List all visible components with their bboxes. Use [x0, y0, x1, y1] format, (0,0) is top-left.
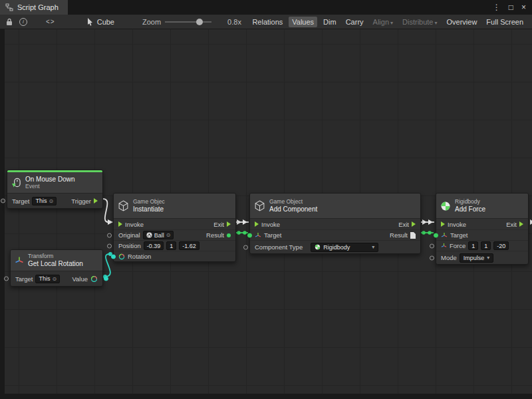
- position-z-chip[interactable]: -1.62: [179, 241, 200, 250]
- position-y-chip[interactable]: 1: [166, 241, 176, 250]
- flow-input-port[interactable]: [118, 221, 122, 227]
- input-port[interactable]: [107, 243, 112, 248]
- node-title: Get Local Rotation: [28, 260, 83, 268]
- dim-button[interactable]: Dim: [320, 17, 340, 27]
- script-graph-icon: [5, 3, 13, 11]
- node-instantiate[interactable]: Game Objec Instantiate Invoke Exit Origi…: [113, 193, 236, 262]
- force-label: Force: [450, 242, 466, 249]
- chevron-down-icon: ▾: [435, 20, 438, 26]
- node-row: Target This ⊙ Trigger: [7, 194, 102, 208]
- distribute-label: Distribute: [402, 18, 433, 26]
- flow-output-port[interactable]: [412, 221, 416, 227]
- node-row: Invoke Exit: [250, 219, 420, 229]
- node-header[interactable]: Game Object Add Component: [250, 194, 420, 219]
- window-restore-icon[interactable]: □: [509, 3, 513, 11]
- node-row: Target Result: [250, 229, 420, 240]
- flow-input-port[interactable]: [255, 221, 259, 227]
- graph-canvas[interactable]: On Mouse Down Event Target This ⊙ Trigge…: [0, 29, 532, 399]
- flow-output-port[interactable]: [519, 221, 523, 227]
- node-category: Transform: [28, 253, 83, 260]
- node-category: Rigidbody: [455, 199, 485, 205]
- result-output-port[interactable]: [227, 233, 231, 237]
- lock-button[interactable]: [6, 17, 13, 27]
- output-port[interactable]: [104, 277, 108, 281]
- values-button[interactable]: Values: [289, 17, 317, 27]
- force-y-chip[interactable]: 1: [481, 241, 491, 250]
- original-value: Ball: [154, 232, 164, 239]
- overview-button[interactable]: Overview: [444, 17, 481, 27]
- ball-icon: [146, 232, 152, 238]
- node-header[interactable]: On Mouse Down Event: [7, 172, 102, 194]
- target-input-port[interactable]: [434, 233, 438, 237]
- node-row: Target This ⊙ Value: [11, 271, 102, 286]
- position-label: Position: [118, 242, 141, 249]
- selection-label: Cube: [97, 18, 114, 26]
- script-graph-window: Script Graph ⋮ □ × i <> Cube Zoom: [0, 0, 532, 399]
- window-menu-icon[interactable]: ⋮: [493, 3, 501, 11]
- force-z-chip[interactable]: -20: [493, 241, 509, 250]
- node-row: Invoke Exit: [436, 219, 528, 229]
- node-get-local-rotation[interactable]: Transform Get Local Rotation Target This…: [10, 249, 103, 287]
- tab-title: Script Graph: [17, 3, 59, 11]
- position-x-chip[interactable]: -0.39: [144, 241, 164, 250]
- node-header[interactable]: Transform Get Local Rotation: [11, 250, 102, 271]
- node-header[interactable]: Game Objec Instantiate: [114, 194, 235, 219]
- result-label: Result: [390, 231, 408, 239]
- tab-script-graph[interactable]: Script Graph: [0, 0, 68, 15]
- info-button[interactable]: i: [19, 17, 27, 27]
- fullscreen-button[interactable]: Full Screen: [483, 17, 527, 27]
- gizmo-icon: [441, 232, 448, 239]
- force-x-chip[interactable]: 1: [468, 241, 478, 250]
- transform-icon: [15, 256, 24, 265]
- exit-label: Exit: [506, 221, 517, 228]
- node-title: Instantiate: [133, 205, 165, 213]
- trigger-label: Trigger: [71, 198, 91, 205]
- align-label: Align: [373, 18, 389, 26]
- input-port[interactable]: [243, 245, 248, 249]
- target-value-chip[interactable]: This ⊙: [35, 275, 60, 283]
- original-value-chip[interactable]: Ball ⊙: [143, 231, 174, 239]
- flow-output-port[interactable]: [94, 198, 98, 203]
- object-picker-icon: ⊙: [166, 232, 171, 238]
- target-input-port[interactable]: [247, 233, 252, 237]
- zoom-label: Zoom: [142, 18, 161, 26]
- canvas-bottom-edge: [0, 394, 532, 399]
- rotation-input-port[interactable]: [111, 254, 116, 259]
- input-port[interactable]: [430, 255, 434, 260]
- zoom-slider[interactable]: [165, 21, 211, 23]
- component-type-dropdown[interactable]: Rigidbody ▾: [311, 243, 378, 252]
- input-port[interactable]: [107, 233, 112, 237]
- target-value-chip[interactable]: This ⊙: [32, 197, 57, 205]
- code-view-button[interactable]: <>: [46, 17, 55, 27]
- window-close-icon[interactable]: ×: [521, 3, 526, 11]
- carry-button[interactable]: Carry: [342, 17, 367, 27]
- input-port[interactable]: [430, 243, 434, 248]
- rotation-label: Rotation: [128, 253, 151, 260]
- mouse-down-icon: [11, 178, 21, 188]
- node-title: Add Component: [269, 205, 317, 213]
- node-title: On Mouse Down: [25, 176, 74, 184]
- relations-button[interactable]: Relations: [249, 17, 286, 27]
- flow-output-port[interactable]: [227, 221, 231, 227]
- node-add-force[interactable]: Rigidbody Add Force Invoke Exit: [436, 193, 529, 265]
- exit-label: Exit: [398, 221, 409, 228]
- component-type-label: Component Type: [255, 243, 303, 251]
- node-on-mouse-down[interactable]: On Mouse Down Event Target This ⊙ Trigge…: [7, 170, 103, 209]
- object-picker-icon: ⊙: [52, 276, 57, 282]
- node-header[interactable]: Rigidbody Add Force: [436, 194, 528, 219]
- zoom-slider-thumb[interactable]: [196, 19, 203, 25]
- node-add-component[interactable]: Game Object Add Component Invoke Exit: [249, 193, 421, 254]
- canvas-left-edge: [0, 29, 5, 399]
- invoke-label: Invoke: [125, 221, 144, 228]
- node-row: Force 1 1 -20: [436, 240, 528, 251]
- zoom-value: 0.8x: [227, 18, 241, 26]
- input-port[interactable]: [1, 199, 5, 203]
- mode-dropdown[interactable]: Impulse ▾: [460, 253, 494, 263]
- flow-input-port[interactable]: [441, 221, 445, 227]
- exit-label: Exit: [213, 221, 224, 228]
- node-title: Add Force: [455, 205, 485, 213]
- code-icon: <>: [46, 18, 55, 25]
- input-port[interactable]: [4, 277, 9, 281]
- rotation-icon: [90, 275, 98, 283]
- result-label: Result: [206, 231, 224, 239]
